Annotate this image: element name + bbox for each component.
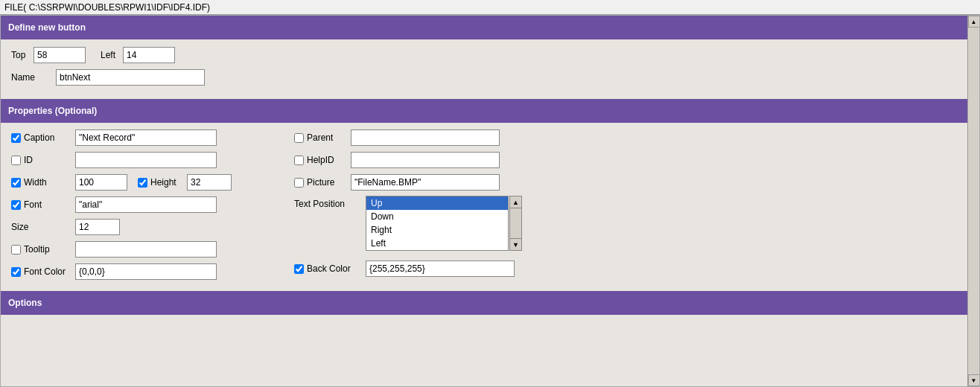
backcolor-checkbox[interactable] (294, 264, 304, 274)
parent-checkbox[interactable] (294, 133, 304, 143)
tooltip-checkbox[interactable] (11, 245, 21, 255)
width-input[interactable] (75, 174, 127, 191)
scroll-down-button[interactable]: ▼ (968, 374, 980, 386)
title-bar: FILE( C:\SSRPWI\DOUBLES\RPWI1\IDF\IDF4.I… (0, 0, 980, 15)
properties-header-text: Properties (Optional) (8, 106, 97, 116)
parent-input[interactable] (351, 129, 500, 146)
backcolor-row: Back Color (294, 260, 957, 278)
helpid-input[interactable] (351, 152, 500, 168)
define-section: Top Left Name (1, 39, 967, 99)
picture-row: Picture (294, 173, 957, 191)
left-column: Caption ID (11, 129, 294, 281)
listbox-scroll-track (510, 208, 521, 238)
helpid-label-text: HelpID (307, 155, 334, 165)
scroll-up-button[interactable]: ▲ (968, 16, 980, 28)
font-check-label[interactable]: Font (11, 199, 71, 210)
left-label: Left (101, 50, 123, 60)
fontcolor-input[interactable] (75, 263, 217, 280)
text-position-row: Text Position Up Down Right Left ▲ (294, 196, 957, 251)
font-label-text: Font (24, 199, 42, 210)
listbox-scroll-up[interactable]: ▲ (510, 196, 521, 208)
title-text: FILE( C:\SSRPWI\DOUBLES\RPWI1\IDF\IDF4.I… (4, 2, 210, 13)
options-header: Options (1, 291, 967, 315)
fontcolor-checkbox[interactable] (11, 267, 21, 277)
picture-input[interactable] (351, 174, 500, 191)
caption-parent-row: Caption ID (11, 129, 957, 281)
fontcolor-label-text: Font Color (24, 266, 66, 277)
size-row: Size (11, 218, 294, 236)
listbox-item-up[interactable]: Up (366, 196, 508, 210)
picture-check-label[interactable]: Picture (294, 177, 346, 188)
id-input[interactable] (75, 152, 217, 168)
listbox-item-left[interactable]: Left (366, 237, 508, 250)
tooltip-row: Tooltip (11, 240, 294, 258)
helpid-checkbox[interactable] (294, 156, 304, 165)
caption-label-text: Caption (24, 132, 54, 143)
id-row: ID (11, 151, 294, 169)
fontcolor-row: Font Color (11, 263, 294, 281)
picture-checkbox[interactable] (294, 178, 304, 188)
backcolor-input[interactable] (366, 260, 515, 277)
backcolor-label-text: Back Color (307, 263, 351, 274)
tooltip-check-label[interactable]: Tooltip (11, 244, 71, 255)
height-checkbox[interactable] (138, 178, 147, 188)
width-checkbox[interactable] (11, 178, 21, 188)
listbox-item-down[interactable]: Down (366, 210, 508, 223)
font-row: Font (11, 196, 294, 214)
size-input[interactable] (75, 219, 120, 235)
options-header-text: Options (8, 298, 42, 308)
height-label-text: Height (150, 177, 176, 188)
listbox-scrollbar: ▲ ▼ (509, 196, 522, 251)
width-height-row: Width Height (11, 173, 294, 191)
width-label-text: Width (24, 177, 47, 188)
text-position-listbox[interactable]: Up Down Right Left (366, 196, 509, 251)
listbox-item-right[interactable]: Right (366, 223, 508, 237)
height-input[interactable] (187, 174, 232, 191)
font-checkbox[interactable] (11, 200, 21, 210)
main-scrollbar: ▲ ▼ (967, 16, 979, 386)
listbox-scroll-down[interactable]: ▼ (510, 238, 521, 250)
name-input[interactable] (56, 69, 205, 86)
parent-row: Parent (294, 129, 957, 147)
top-input[interactable] (34, 47, 86, 63)
define-header-text: Define new button (8, 22, 86, 33)
text-position-label: Text Position (294, 196, 361, 209)
name-row: Name (11, 69, 957, 86)
properties-section: Caption ID (1, 123, 967, 291)
helpid-check-label[interactable]: HelpID (294, 155, 346, 165)
parent-label-text: Parent (307, 132, 333, 143)
fontcolor-check-label[interactable]: Font Color (11, 266, 71, 277)
top-label: Top (11, 50, 34, 60)
scroll-track (968, 28, 979, 374)
backcolor-check-label[interactable]: Back Color (294, 263, 361, 274)
main-container: ▲ ▼ Define new button Top Left Name Prop… (0, 15, 980, 387)
name-label: Name (11, 72, 56, 83)
height-check-label[interactable]: Height (138, 177, 182, 188)
top-left-row: Top Left (11, 47, 957, 63)
font-input[interactable] (75, 196, 217, 213)
properties-header: Properties (Optional) (1, 99, 967, 123)
size-label-text: Size (11, 222, 71, 232)
caption-check-label[interactable]: Caption (11, 132, 71, 143)
tooltip-input[interactable] (75, 241, 217, 258)
caption-input[interactable] (75, 129, 217, 146)
define-header: Define new button (1, 16, 967, 39)
left-input[interactable] (123, 47, 175, 63)
id-label-text: ID (24, 155, 33, 165)
id-check-label[interactable]: ID (11, 155, 71, 165)
content-area: Define new button Top Left Name Properti… (1, 16, 967, 315)
helpid-row: HelpID (294, 151, 957, 169)
text-position-listbox-container: Up Down Right Left ▲ ▼ (366, 196, 522, 251)
tooltip-label-text: Tooltip (24, 244, 50, 255)
caption-row: Caption (11, 129, 294, 147)
picture-label-text: Picture (307, 177, 334, 188)
right-column: Parent HelpID (294, 129, 957, 278)
caption-checkbox[interactable] (11, 133, 21, 143)
width-check-label[interactable]: Width (11, 177, 71, 188)
parent-check-label[interactable]: Parent (294, 132, 346, 143)
id-checkbox[interactable] (11, 156, 21, 165)
